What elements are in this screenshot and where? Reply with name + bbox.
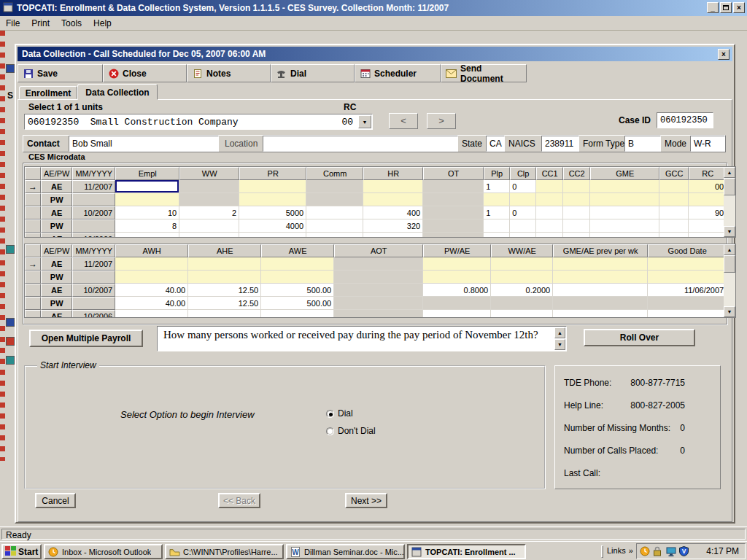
- scroll-up-icon[interactable]: ▲: [724, 244, 735, 255]
- grid-cell[interactable]: [334, 310, 423, 318]
- grid-cell[interactable]: [115, 233, 179, 238]
- grid-cell[interactable]: [563, 193, 590, 206]
- grid-cell[interactable]: 0: [510, 206, 536, 219]
- scroll-down-icon[interactable]: ▼: [724, 226, 735, 237]
- grid-cell[interactable]: [536, 219, 563, 233]
- grid-cell[interactable]: [179, 193, 239, 206]
- grid-cell[interactable]: [484, 219, 510, 233]
- question-scroll-down-icon[interactable]: ▼: [554, 339, 565, 350]
- grid-cell[interactable]: [179, 233, 239, 238]
- grid-cell[interactable]: 40.00: [115, 284, 188, 297]
- grid-cell[interactable]: [536, 193, 563, 206]
- grid-cell[interactable]: [648, 297, 727, 310]
- grid-cell[interactable]: [363, 180, 423, 193]
- grid-cell[interactable]: 2: [179, 206, 239, 219]
- start-button[interactable]: Start: [1, 544, 42, 559]
- grid-cell[interactable]: 5000: [239, 206, 306, 219]
- clock[interactable]: 4:17 PM: [706, 546, 739, 556]
- grid-cell[interactable]: [659, 193, 689, 206]
- radio-don-t-dial[interactable]: Don't Dial: [326, 422, 376, 440]
- grid-cell[interactable]: [306, 233, 363, 238]
- grid-cell[interactable]: [261, 310, 334, 318]
- grid-cell[interactable]: [423, 310, 491, 318]
- dropdown-arrow-icon[interactable]: ▼: [358, 115, 371, 128]
- window-titlebar[interactable]: TOPCATI: Enrollment & Data Collection Sy…: [0, 0, 747, 16]
- grid-cell[interactable]: [510, 193, 536, 206]
- grid-cell[interactable]: [563, 206, 590, 219]
- scroll-up-icon[interactable]: ▲: [724, 167, 735, 178]
- grid-cell[interactable]: [553, 257, 648, 271]
- grid-cell[interactable]: [179, 180, 239, 193]
- grid-cell[interactable]: [553, 271, 648, 284]
- send-document-button[interactable]: Send Document: [441, 64, 527, 82]
- next-unit-button[interactable]: >: [427, 113, 456, 129]
- menu-print[interactable]: Print: [26, 17, 55, 30]
- dialog-close-button[interactable]: ×: [718, 49, 729, 60]
- tab-data-collection[interactable]: Data Collection: [77, 84, 158, 100]
- grid-cell[interactable]: 0.8000: [423, 284, 491, 297]
- tray-lock-icon[interactable]: [653, 546, 664, 556]
- taskbar-task-4[interactable]: TOPCATI: Enrollment ...: [407, 544, 526, 559]
- grid-cell[interactable]: [689, 219, 727, 233]
- menu-tools[interactable]: Tools: [55, 17, 88, 30]
- grid-cell[interactable]: [659, 233, 689, 238]
- dial-button[interactable]: Dial: [271, 64, 355, 82]
- grid-cell[interactable]: [491, 310, 553, 318]
- grid-cell[interactable]: [553, 310, 648, 318]
- grid-cell[interactable]: [334, 257, 423, 271]
- grid-cell[interactable]: 8: [115, 219, 179, 233]
- grid-cell[interactable]: 0: [510, 180, 536, 193]
- next-button[interactable]: Next >>: [345, 493, 387, 508]
- grid-cell[interactable]: [590, 180, 659, 193]
- grid-cell[interactable]: 1: [484, 180, 510, 193]
- grid-cell[interactable]: [659, 206, 689, 219]
- question-scroll-up-icon[interactable]: ▲: [554, 327, 565, 338]
- tab-enrollment[interactable]: Enrollment: [19, 86, 77, 99]
- cancel-button[interactable]: Cancel: [35, 493, 76, 508]
- tray-antivirus-icon[interactable]: V: [679, 546, 690, 556]
- grid-cell[interactable]: [590, 219, 659, 233]
- grid-cell[interactable]: [239, 180, 306, 193]
- grid-cell[interactable]: 00: [689, 180, 727, 193]
- grid-cell[interactable]: 320: [363, 219, 423, 233]
- unit-dropdown[interactable]: 060192350 Small Construction Company 00 …: [24, 114, 373, 130]
- radio-dial[interactable]: Dial: [326, 405, 376, 422]
- grid-cell[interactable]: [563, 180, 590, 193]
- grid-cell[interactable]: [363, 193, 423, 206]
- grid-cell[interactable]: [306, 206, 363, 219]
- grid-cell[interactable]: 12.50: [188, 284, 261, 297]
- notes-button[interactable]: Notes: [187, 64, 271, 82]
- menu-help[interactable]: Help: [88, 17, 117, 30]
- grid-cell[interactable]: [648, 257, 727, 271]
- tray-reminder-icon[interactable]: [640, 546, 651, 556]
- grid-cell[interactable]: [553, 297, 648, 310]
- location-field[interactable]: [263, 136, 458, 152]
- grid-cell[interactable]: [261, 271, 334, 284]
- grid-cell[interactable]: [484, 233, 510, 238]
- scroll-down-icon[interactable]: ▼: [724, 306, 735, 317]
- menu-file[interactable]: File: [0, 17, 26, 30]
- grid-cell[interactable]: 4000: [239, 219, 306, 233]
- grid-cell[interactable]: [590, 233, 659, 238]
- grid-cell[interactable]: [188, 271, 261, 284]
- grid-cell[interactable]: [115, 271, 188, 284]
- toolbar-grip[interactable]: [601, 545, 603, 558]
- open-multiple-payroll-button[interactable]: Open Multiple Payroll: [29, 330, 143, 347]
- grid-cell[interactable]: [115, 193, 179, 206]
- grid-cell[interactable]: 500.00: [261, 297, 334, 310]
- grid-cell[interactable]: [553, 284, 648, 297]
- previous-unit-button[interactable]: <: [389, 113, 418, 129]
- grid-cell[interactable]: [423, 193, 484, 206]
- grid-cell[interactable]: [659, 219, 689, 233]
- grid-cell[interactable]: 0.2000: [491, 284, 553, 297]
- grid-cell[interactable]: 400: [363, 206, 423, 219]
- grid-cell[interactable]: [659, 180, 689, 193]
- grid-cell[interactable]: [510, 219, 536, 233]
- grid-cell[interactable]: [423, 271, 491, 284]
- scroll-thumb[interactable]: [724, 255, 735, 273]
- grid-cell[interactable]: 1: [484, 206, 510, 219]
- grid-cell[interactable]: 10: [115, 206, 179, 219]
- grid-cell[interactable]: [536, 180, 563, 193]
- grid-cell[interactable]: [510, 233, 536, 238]
- grid-cell[interactable]: [363, 233, 423, 238]
